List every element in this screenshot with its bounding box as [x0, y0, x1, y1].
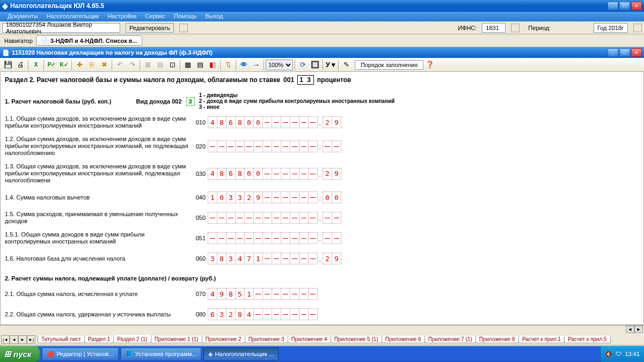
doc-tab-label: 3-НДФЛ и 4-НДФЛ. Список в... — [50, 38, 137, 44]
tree-button-3[interactable]: ⊡ — [166, 59, 178, 71]
sheet-tab[interactable]: Приложение 6 — [382, 336, 425, 343]
task-item-2[interactable]: 📘Установив программ... — [121, 348, 202, 360]
tree-button-1[interactable]: ⊞ — [142, 59, 153, 71]
check-p-button[interactable]: P✓ — [46, 59, 57, 71]
sheet-tab[interactable]: Расчет к прил.5 — [564, 336, 610, 343]
start-button[interactable]: ⊞ пуск — [0, 346, 40, 362]
vid-input[interactable]: 3 — [186, 97, 195, 106]
value-cells[interactable]: 486800.29 — [208, 116, 341, 128]
sheet-tab[interactable]: Приложение 4 — [288, 336, 331, 343]
value-cells[interactable]: 103329.00 — [208, 191, 341, 203]
row-code: 010 — [193, 119, 208, 125]
undo-button[interactable]: ↶ — [114, 59, 126, 71]
color-button[interactable]: 🔲 — [309, 59, 321, 71]
save-button[interactable]: 💾 — [2, 59, 14, 71]
sheet-tab[interactable]: Приложение 7 (1) — [425, 336, 476, 343]
doc-minimize-button[interactable]: _ — [608, 48, 618, 57]
value-cells[interactable]: 49851 — [208, 288, 317, 300]
y-button[interactable]: У ▾ — [325, 59, 336, 71]
view-button-3[interactable]: ◧ — [207, 59, 218, 71]
sheet-tab[interactable]: Раздел 1 — [84, 336, 114, 343]
zoom-select[interactable]: 100% — [266, 60, 293, 70]
edit-button[interactable]: Редактировать — [126, 23, 174, 33]
task-item-1[interactable]: 🔴Редактор | Установ... — [42, 348, 118, 360]
taxpayer-more-button[interactable] — [179, 24, 188, 32]
print-button[interactable]: 🖨 — [14, 59, 26, 71]
tab-last-button[interactable]: ►| — [27, 335, 35, 344]
view-button-1[interactable]: ▦ — [182, 59, 194, 71]
check-k-button[interactable]: K✓ — [58, 59, 70, 71]
tab-next-button[interactable]: ► — [18, 335, 27, 344]
menu-help[interactable]: Помощь — [170, 12, 201, 21]
refresh-button[interactable]: ⟳ — [297, 59, 309, 71]
minimize-button[interactable]: _ — [608, 2, 618, 10]
edit-tool-button[interactable]: ✎ — [340, 59, 352, 71]
row-label: 1.4. Сумма налоговых вычетов — [5, 194, 193, 201]
field-row: 2.1. Общая сумма налога, исчисленная к у… — [5, 287, 639, 301]
menu-service[interactable]: Сервис — [141, 12, 170, 21]
document-tab[interactable]: 📄 3-НДФЛ и 4-НДФЛ. Список в... — [36, 35, 142, 46]
ifns-more-button[interactable] — [511, 24, 519, 32]
main-titlebar: ◈ Налогоплательщик ЮЛ 4.65.5 _ □ × — [0, 0, 644, 12]
fill-order-button[interactable]: Порядок заполнения — [355, 60, 423, 70]
bottom-tabs-area: ◄ ► |◄ ◄ ► ►| Титульный листРаздел 1Разд… — [0, 325, 644, 345]
help-button[interactable]: ❓ — [424, 59, 436, 71]
hscroll-left[interactable]: ◄ — [626, 326, 634, 333]
field-row: 1.4. Сумма налоговых вычетов040103329.00 — [5, 190, 639, 204]
menu-settings[interactable]: Настройки — [103, 12, 141, 21]
year-more-button[interactable] — [633, 24, 642, 32]
sheet-tab[interactable]: Приложение 2 — [202, 336, 245, 343]
value-cells[interactable]: 383471.29 — [208, 253, 341, 264]
sheet-tab[interactable]: Приложение 8 — [475, 336, 519, 343]
value-cells[interactable]: 486800.29 — [208, 168, 341, 180]
copy-button[interactable]: ⎘ — [86, 59, 98, 71]
field-row: 1.5. Сумма расходов, принимаемая в умень… — [5, 211, 639, 225]
info-bar: 180901027354 Лошаков Виктор Анатольевич … — [0, 21, 644, 34]
sort-button[interactable]: ⇅ — [222, 59, 234, 71]
tray-icon-2[interactable]: 🛡 — [616, 351, 621, 357]
row-label: 1.5.1. Общая сумма доходов в виде сумм п… — [5, 231, 193, 245]
section-title: Раздел 2. Расчет налоговой базы и суммы … — [5, 76, 280, 84]
doc-maximize-button[interactable]: □ — [619, 48, 630, 57]
value-cells[interactable]: . — [208, 141, 341, 152]
maximize-button[interactable]: □ — [619, 2, 630, 10]
tree-button-2[interactable]: ⊟ — [154, 59, 166, 71]
menu-exit[interactable]: Выход — [201, 12, 228, 21]
menu-documents[interactable]: Документы — [3, 12, 42, 21]
row-code: 070 — [193, 291, 208, 297]
close-button[interactable]: × — [631, 2, 642, 10]
field-row: 1.5.1. Общая сумма доходов в виде сумм п… — [5, 231, 639, 245]
value-cells[interactable]: . — [208, 232, 341, 244]
goto-button[interactable]: → — [250, 59, 262, 71]
sheet-tab[interactable]: Приложение 1 (1) — [151, 336, 202, 343]
add-button[interactable]: ✚ — [74, 59, 85, 71]
sheet-tab[interactable]: Приложение 3 — [245, 336, 288, 343]
sheet-tab[interactable]: Титульный лист — [38, 336, 85, 343]
delete-button[interactable]: ✖ — [98, 59, 110, 71]
sheet-tab[interactable]: Приложение 5 (1) — [331, 336, 382, 343]
redo-button[interactable]: ↷ — [126, 59, 138, 71]
doc-close-button[interactable]: × — [631, 48, 642, 57]
row-label: 1.6. Налоговая база для исчисления налог… — [5, 255, 193, 262]
rate-suffix: процентов — [317, 76, 352, 84]
sheet-tab[interactable]: Раздел 2 (1) — [113, 335, 151, 343]
system-tray[interactable]: 🔇 🛡 13:41 — [600, 346, 644, 362]
excel-button[interactable]: X — [30, 59, 42, 71]
field-row: 1.2. Общая сумма доходов, за исключением… — [5, 136, 639, 157]
view-button-2[interactable]: ▤ — [194, 59, 206, 71]
find-button[interactable]: 👁 — [238, 59, 250, 71]
rate-input[interactable]: 1 3 — [297, 75, 314, 85]
sheet-tab[interactable]: Расчет к прил.1 — [518, 336, 565, 343]
hscroll-right[interactable]: ► — [634, 326, 643, 333]
app-icon: ◈ — [2, 2, 8, 10]
tab-first-button[interactable]: |◄ — [1, 335, 10, 344]
tray-icon-1[interactable]: 🔇 — [605, 351, 612, 358]
tab-prev-button[interactable]: ◄ — [10, 335, 18, 344]
task-item-3[interactable]: ◈Налогоплательщик ... — [203, 348, 279, 360]
value-cells[interactable]: 63284 — [208, 308, 317, 320]
row-code: 051 — [193, 235, 208, 241]
value-cells[interactable]: . — [208, 212, 341, 224]
menu-taxpayer[interactable]: Налогоплательщик — [42, 12, 104, 21]
rate-code: 001 — [283, 76, 294, 84]
year-value: Год 2018г — [594, 23, 628, 33]
